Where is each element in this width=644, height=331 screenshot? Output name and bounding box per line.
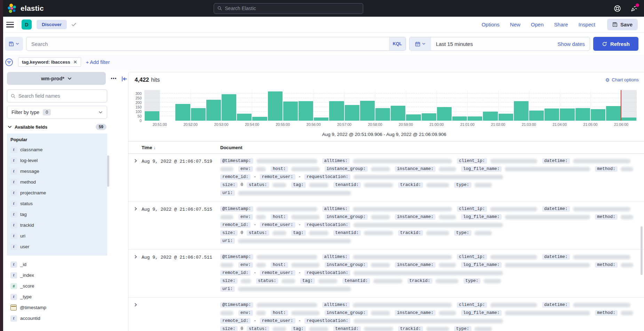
nav-link-options[interactable]: Options	[482, 22, 500, 27]
main-scrollbar[interactable]	[641, 226, 643, 275]
histogram-bar	[468, 116, 482, 121]
redacted-value	[220, 167, 233, 171]
row-document: @timestamp:alltimes:client_ip:datetime:e…	[220, 302, 644, 331]
nav-link-new[interactable]: New	[510, 22, 520, 27]
histogram-bar	[329, 101, 344, 121]
query-language-button[interactable]: KQL	[389, 37, 406, 50]
chevron-down-icon	[8, 125, 12, 129]
field-item-user[interactable]: tuser	[10, 241, 105, 252]
time-column-header[interactable]: Time↓	[142, 145, 220, 150]
show-dates-link[interactable]: Show dates	[558, 41, 585, 47]
field-item-uri[interactable]: turi	[10, 231, 105, 241]
filter-pill-tag-keyword[interactable]: tag.keyword: lbaccess ✕	[18, 57, 81, 67]
doc-field-chip: tag:	[300, 278, 315, 284]
global-search[interactable]	[214, 3, 363, 14]
field-item-tag[interactable]: ttag	[10, 209, 105, 220]
doc-field-chip: type:	[454, 326, 471, 331]
field-item-log-level[interactable]: tlog-level	[10, 155, 105, 166]
menu-icon[interactable]	[6, 22, 14, 27]
redacted-value	[364, 327, 393, 331]
field-item-trackid[interactable]: ttrackid	[10, 220, 105, 231]
hits-count: 4,422	[135, 76, 149, 83]
field-item-classname[interactable]: tclassname	[10, 144, 105, 155]
histogram-bar	[591, 109, 605, 121]
sidebar-scrollbar[interactable]	[107, 155, 109, 187]
doc-field-chip: status:	[247, 326, 269, 331]
filter-by-type-dropdown[interactable]: Filter by type 0	[7, 106, 107, 119]
field-name: uri	[20, 233, 25, 239]
field-item-_id[interactable]: t_id	[10, 259, 105, 270]
doc-field-chip: instance_name:	[395, 214, 436, 220]
table-row: Aug 9, 2022 @ 21:06:07.519@timestamp:all…	[128, 154, 644, 202]
field-item-accountid[interactable]: taccountid	[10, 313, 105, 324]
elastic-logo-icon	[7, 3, 17, 14]
doc-field-chip: trackid:	[407, 278, 432, 284]
doc-field-chip: method:	[595, 310, 618, 316]
redacted-value	[371, 167, 390, 171]
filter-bar: tag.keyword: lbaccess ✕ + Add filter	[0, 55, 644, 70]
date-picker-menu-button[interactable]	[410, 37, 431, 50]
histogram-plot[interactable]	[144, 90, 637, 121]
field-search-input[interactable]	[18, 93, 103, 99]
redacted-value	[373, 279, 403, 283]
field-item-method[interactable]: tmethod	[10, 177, 105, 187]
collapse-sidebar-icon[interactable]	[121, 76, 127, 82]
string-type-icon: t	[10, 147, 17, 153]
doc-line: @timestamp:alltimes:client_ip:datetime:	[220, 206, 638, 212]
help-icon[interactable]	[613, 5, 621, 12]
field-item-projectname[interactable]: tprojectname	[10, 187, 105, 198]
redacted-value	[475, 231, 492, 235]
redacted-value	[573, 255, 630, 259]
doc-line: env:host:instance_group:instance_name:lo…	[220, 262, 638, 268]
available-fields-accordion[interactable]: Available fields 59	[7, 124, 107, 130]
expand-row-button[interactable]	[128, 158, 142, 198]
nav-link-share[interactable]: Share	[554, 22, 568, 27]
x-tick-label: 20:59:00	[399, 122, 413, 127]
field-item-@timestamp[interactable]: @timestamp	[10, 302, 105, 313]
field-item-_type[interactable]: t_type	[10, 291, 105, 302]
field-item-_score[interactable]: #_score	[10, 281, 105, 291]
save-button[interactable]: Save	[607, 19, 638, 30]
saved-query-menu-button[interactable]	[5, 37, 23, 51]
doc-field-chip: host:	[271, 166, 288, 172]
histogram-bar	[375, 108, 390, 121]
elastic-logo[interactable]: elastic	[7, 3, 44, 14]
field-name: projectname	[20, 190, 46, 195]
filter-icon[interactable]	[5, 58, 13, 66]
query-input[interactable]	[26, 41, 389, 47]
refresh-button[interactable]: Refresh	[593, 37, 638, 51]
search-icon	[11, 94, 16, 99]
remove-filter-icon[interactable]: ✕	[73, 59, 77, 65]
doc-field-chip: size:	[220, 230, 238, 236]
x-tick-label: 21:04:00	[552, 122, 567, 127]
add-filter-link[interactable]: + Add filter	[86, 59, 110, 65]
sort-desc-icon[interactable]: ↓	[153, 145, 156, 150]
expand-row-button[interactable]	[128, 302, 142, 331]
x-tick-label: 20:55:00	[276, 122, 290, 127]
histogram-bucket	[590, 90, 606, 121]
table-row: Aug 9, 2022 @ 21:06:07.515@timestamp:all…	[128, 202, 644, 250]
newsfeed-icon[interactable]	[630, 5, 638, 12]
nav-link-open[interactable]: Open	[531, 22, 544, 27]
histogram-bar	[237, 114, 252, 121]
global-search-input[interactable]	[225, 6, 359, 11]
histogram-bucket	[252, 90, 267, 121]
data-view-picker[interactable]: wm-prod*	[7, 72, 106, 85]
nav-link-inspect[interactable]: Inspect	[579, 22, 595, 27]
time-range-value[interactable]: Last 15 minutes	[436, 41, 473, 47]
chart-options-button[interactable]: ⚙ Chart options	[605, 77, 639, 82]
expand-row-button[interactable]	[128, 254, 142, 294]
doc-field-chip: @timestamp:	[220, 158, 253, 164]
field-item-_index[interactable]: t_index	[10, 270, 105, 281]
redacted-value	[353, 255, 452, 259]
doc-field-value: -	[254, 318, 256, 323]
breadcrumb-discover[interactable]: Discover	[37, 20, 67, 29]
expand-row-button[interactable]	[128, 206, 142, 246]
field-item-status[interactable]: tstatus	[10, 198, 105, 209]
table-row: Aug 9, 2022 @ 21:06:07.511@timestamp:all…	[128, 250, 644, 298]
string-type-icon: t	[10, 272, 17, 278]
field-search[interactable]	[7, 89, 107, 103]
save-button-label: Save	[620, 22, 633, 27]
field-item-message[interactable]: tmessage	[10, 166, 105, 177]
field-settings-grid-icon[interactable]	[111, 76, 117, 82]
